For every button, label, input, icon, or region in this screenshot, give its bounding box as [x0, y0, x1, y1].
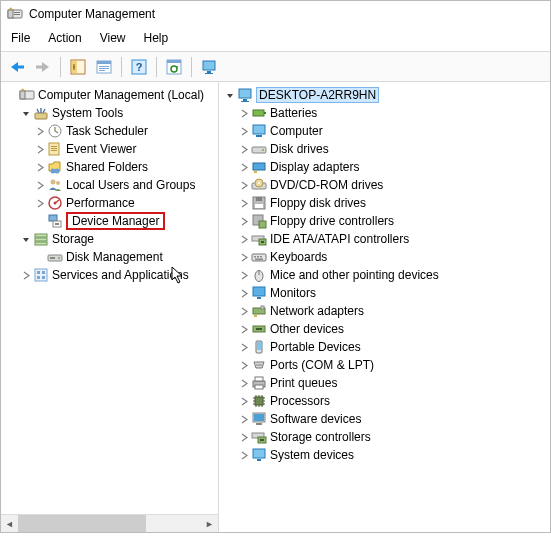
mmc-icon [19, 87, 35, 103]
toolbar-separator [60, 57, 61, 77]
device-manager-node[interactable]: Device Manager [1, 212, 218, 230]
root-node[interactable]: Computer Management (Local) [1, 86, 218, 104]
software-devices-node[interactable]: Software devices [219, 410, 550, 428]
display-adapters-node[interactable]: Display adapters [219, 158, 550, 176]
other-devices-label: Other devices [270, 322, 344, 336]
other-devices-node[interactable]: Other devices [219, 320, 550, 338]
main-panes: Computer Management (Local) System Tools [1, 82, 550, 532]
disk-drive-icon [251, 141, 267, 157]
chevron-right-icon[interactable] [237, 235, 251, 244]
chevron-right-icon[interactable] [237, 289, 251, 298]
menu-file[interactable]: File [11, 31, 30, 45]
event-viewer-label: Event Viewer [66, 142, 136, 156]
svg-rect-23 [20, 91, 25, 99]
monitors-node[interactable]: Monitors [219, 284, 550, 302]
properties-button[interactable] [92, 55, 116, 79]
storage-controllers-node[interactable]: Storage controllers [219, 428, 550, 446]
forward-button[interactable] [31, 55, 55, 79]
device-manager-label: Device Manager [66, 212, 165, 230]
chevron-right-icon[interactable] [237, 163, 251, 172]
monitor-button[interactable] [197, 55, 221, 79]
event-viewer-node[interactable]: Event Viewer [1, 140, 218, 158]
chevron-right-icon[interactable] [33, 127, 47, 136]
svg-rect-28 [51, 148, 57, 149]
titlebar: Computer Management [1, 1, 550, 27]
menu-help[interactable]: Help [144, 31, 169, 45]
svg-rect-40 [35, 238, 47, 241]
display-adapter-icon [251, 159, 267, 175]
mice-node[interactable]: Mice and other pointing devices [219, 266, 550, 284]
chevron-right-icon[interactable] [237, 415, 251, 424]
ports-node[interactable]: Ports (COM & LPT) [219, 356, 550, 374]
task-scheduler-node[interactable]: Task Scheduler [1, 122, 218, 140]
portable-devices-node[interactable]: Portable Devices [219, 338, 550, 356]
chevron-right-icon[interactable] [33, 145, 47, 154]
chevron-right-icon[interactable] [33, 181, 47, 190]
help-button[interactable]: ? [127, 55, 151, 79]
chevron-right-icon[interactable] [237, 379, 251, 388]
computer-node[interactable]: Computer [219, 122, 550, 140]
print-queues-node[interactable]: Print queues [219, 374, 550, 392]
dvd-cdrom-node[interactable]: DVD/CD-ROM drives [219, 176, 550, 194]
battery-icon [251, 105, 267, 121]
menu-action[interactable]: Action [48, 31, 81, 45]
chevron-right-icon[interactable] [237, 199, 251, 208]
chevron-right-icon[interactable] [237, 325, 251, 334]
svg-rect-97 [256, 423, 262, 425]
chevron-down-icon[interactable] [19, 235, 33, 244]
shared-folders-node[interactable]: Shared Folders [1, 158, 218, 176]
keyboards-node[interactable]: Keyboards [219, 248, 550, 266]
computer-root-node[interactable]: DESKTOP-A2RR9HN [219, 86, 550, 104]
ide-controllers-label: IDE ATA/ATAPI controllers [270, 232, 409, 246]
ide-controllers-node[interactable]: IDE ATA/ATAPI controllers [219, 230, 550, 248]
svg-rect-59 [253, 163, 265, 170]
chevron-down-icon[interactable] [19, 109, 33, 118]
horizontal-scrollbar[interactable]: ◄ ► [1, 514, 218, 532]
performance-node[interactable]: Performance [1, 194, 218, 212]
monitor-icon [251, 285, 267, 301]
svg-point-33 [56, 181, 60, 185]
chevron-right-icon[interactable] [237, 343, 251, 352]
network-adapters-node[interactable]: Network adapters [219, 302, 550, 320]
show-hide-button[interactable] [66, 55, 90, 79]
svg-rect-19 [203, 61, 215, 70]
chevron-right-icon[interactable] [33, 163, 47, 172]
system-tools-node[interactable]: System Tools [1, 104, 218, 122]
disk-management-node[interactable]: Disk Management [1, 248, 218, 266]
scroll-left-arrow[interactable]: ◄ [1, 515, 18, 532]
chevron-right-icon[interactable] [237, 181, 251, 190]
chevron-right-icon[interactable] [237, 109, 251, 118]
batteries-node[interactable]: Batteries [219, 104, 550, 122]
storage-node[interactable]: Storage [1, 230, 218, 248]
monitors-label: Monitors [270, 286, 316, 300]
back-button[interactable] [5, 55, 29, 79]
chevron-right-icon[interactable] [237, 433, 251, 442]
services-applications-node[interactable]: Services and Applications [1, 266, 218, 284]
chevron-right-icon[interactable] [237, 253, 251, 262]
local-users-node[interactable]: Local Users and Groups [1, 176, 218, 194]
chevron-right-icon[interactable] [237, 217, 251, 226]
chevron-right-icon[interactable] [237, 127, 251, 136]
chevron-right-icon[interactable] [19, 271, 33, 280]
processors-node[interactable]: Processors [219, 392, 550, 410]
svg-rect-44 [50, 257, 55, 259]
scroll-right-arrow[interactable]: ► [201, 515, 218, 532]
floppy-controllers-node[interactable]: Floppy drive controllers [219, 212, 550, 230]
svg-rect-73 [254, 256, 256, 258]
chevron-right-icon[interactable] [237, 145, 251, 154]
refresh-button[interactable] [162, 55, 186, 79]
chevron-right-icon[interactable] [237, 361, 251, 370]
chevron-down-icon[interactable] [223, 91, 237, 100]
chevron-right-icon[interactable] [237, 397, 251, 406]
chevron-right-icon[interactable] [237, 451, 251, 460]
scroll-track[interactable] [18, 515, 201, 532]
disk-drives-node[interactable]: Disk drives [219, 140, 550, 158]
svg-point-31 [55, 169, 60, 174]
menu-view[interactable]: View [100, 31, 126, 45]
chevron-right-icon[interactable] [237, 271, 251, 280]
floppy-disk-drives-node[interactable]: Floppy disk drives [219, 194, 550, 212]
chevron-right-icon[interactable] [237, 307, 251, 316]
chevron-right-icon[interactable] [33, 199, 47, 208]
scroll-thumb[interactable] [18, 515, 146, 532]
system-devices-node[interactable]: System devices [219, 446, 550, 464]
